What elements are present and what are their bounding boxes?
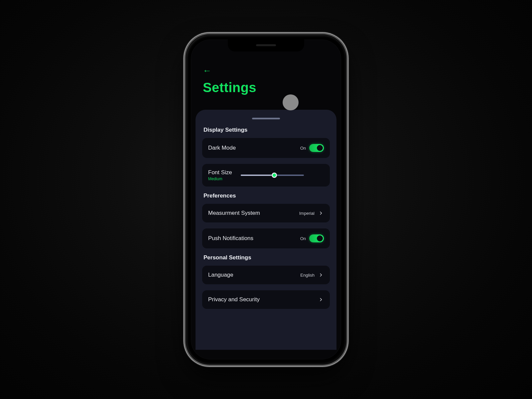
- page-title: Settings: [203, 80, 329, 95]
- row-measurement[interactable]: Measurment System Imperial: [202, 204, 330, 222]
- label-measurement: Measurment System: [208, 210, 260, 216]
- push-state: On: [300, 236, 306, 241]
- privacy-right: [318, 297, 324, 303]
- font-size-slider[interactable]: [241, 175, 304, 176]
- dark-mode-state: On: [300, 146, 306, 151]
- label-font-size: Font Size: [208, 169, 232, 176]
- label-language: Language: [208, 272, 233, 278]
- row-language[interactable]: Language English: [202, 266, 330, 284]
- dark-mode-right: On: [300, 144, 324, 152]
- header-grey-circle: [283, 94, 299, 110]
- language-right: English: [300, 272, 324, 278]
- value-language: English: [300, 273, 315, 278]
- slider-fill: [241, 175, 274, 176]
- phone-frame: ← Settings Display Settings Dark Mode On…: [186, 35, 346, 364]
- row-font-size[interactable]: Font Size Medium: [202, 164, 330, 187]
- toggle-knob: [317, 145, 323, 151]
- chevron-right-icon: [318, 272, 324, 278]
- chevron-right-icon: [318, 297, 324, 303]
- value-measurement: Imperial: [299, 211, 315, 216]
- push-toggle[interactable]: [309, 234, 324, 242]
- back-arrow-icon[interactable]: ←: [203, 66, 212, 75]
- screen: ← Settings Display Settings Dark Mode On…: [191, 40, 341, 359]
- measurement-right: Imperial: [299, 210, 324, 216]
- label-privacy: Privacy and Security: [208, 296, 260, 303]
- section-title-preferences: Preferences: [203, 193, 329, 199]
- dark-mode-toggle[interactable]: [309, 144, 324, 152]
- label-push: Push Notifications: [208, 235, 253, 242]
- font-size-left: Font Size Medium: [208, 169, 232, 181]
- chevron-right-icon: [318, 210, 324, 216]
- font-size-slider-wrap: [241, 175, 324, 176]
- section-title-personal: Personal Settings: [203, 254, 329, 261]
- toggle-knob: [317, 235, 323, 241]
- label-dark-mode: Dark Mode: [208, 145, 236, 151]
- notch: [228, 40, 304, 52]
- value-font-size: Medium: [208, 177, 232, 181]
- slider-thumb[interactable]: [272, 173, 277, 178]
- drag-handle[interactable]: [252, 118, 280, 119]
- section-title-display: Display Settings: [203, 127, 329, 133]
- settings-panel: Display Settings Dark Mode On Font Size …: [196, 110, 336, 350]
- push-right: On: [300, 234, 324, 242]
- row-privacy[interactable]: Privacy and Security: [202, 290, 330, 309]
- row-dark-mode[interactable]: Dark Mode On: [202, 138, 330, 158]
- row-push-notifications[interactable]: Push Notifications On: [202, 228, 330, 248]
